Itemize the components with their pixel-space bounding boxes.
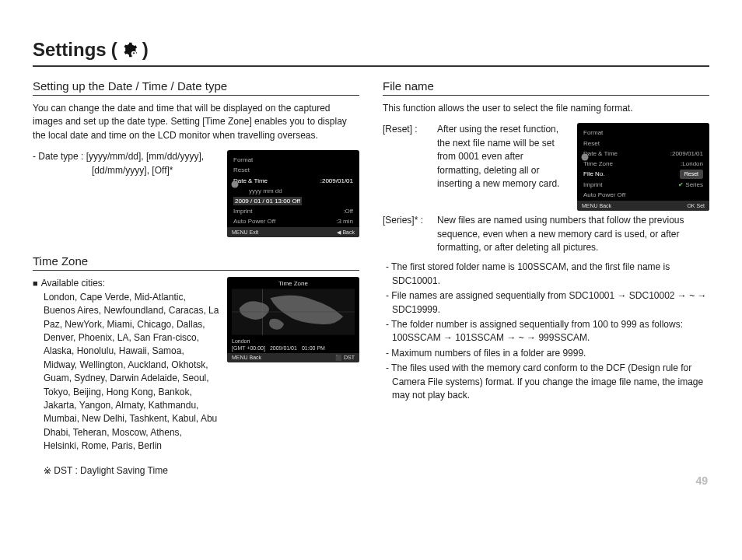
- file-name-intro: This function allows the user to select …: [383, 102, 709, 115]
- gear-icon: [580, 152, 590, 162]
- lcd-file-no: Format Reset Date & Time:2009/01/01 Time…: [577, 123, 709, 211]
- series-label: [Series]* :: [383, 214, 432, 254]
- date-time-intro: You can change the date and time that wi…: [33, 102, 359, 142]
- left-paren: (: [111, 39, 117, 61]
- svg-point-5: [582, 154, 589, 161]
- section-time-zone-head: Time Zone: [33, 254, 359, 271]
- section-file-name-head: File name: [383, 79, 709, 96]
- cities-label: Available cities:: [41, 278, 106, 289]
- page-title-row: Settings ( ): [33, 39, 709, 67]
- dst-note: ※ DST : Daylight Saving Time: [33, 464, 359, 478]
- reset-desc: After using the reset function, the next…: [437, 123, 569, 191]
- section-date-time-head: Setting up the Date / Time / Date type: [33, 79, 359, 96]
- series-desc: New files are named using numbers that f…: [437, 214, 709, 254]
- page-title: Settings: [33, 39, 107, 61]
- date-type-line2: [dd/mm/yyyy], [Off]*: [33, 164, 219, 177]
- file-name-notes: - The first stored folder name is 100SSC…: [383, 261, 709, 402]
- world-title: Time Zone: [232, 280, 355, 287]
- lcd2-foot-set: OK Set: [687, 202, 705, 210]
- cities-list: London, Cape Verde, Mid-Atlantic, Buenos…: [33, 291, 219, 453]
- date-type-line1: - Date type : [yyyy/mm/dd], [mm/dd/yyyy]…: [33, 150, 219, 163]
- world-foot-back: MENU Back: [232, 355, 261, 361]
- world-map-icon: [232, 289, 355, 335]
- lcd-foot-back: ◀ Back: [337, 229, 355, 236]
- right-paren: ): [142, 39, 149, 61]
- lcd-time-zone: Time Zone London [GMT +00:00] 2009/01/01…: [227, 277, 359, 362]
- world-foot-dst: ⬛ DST: [335, 355, 355, 361]
- lcd-foot-exit: MENU Exit: [232, 229, 258, 236]
- page-number: 49: [695, 474, 708, 487]
- lcd-date-time: Format Reset Date & Time:2009/01/01 yyyy…: [227, 150, 359, 237]
- svg-point-1: [232, 181, 239, 188]
- gear-icon: [122, 42, 138, 58]
- lcd2-foot-back: MENU Back: [582, 202, 611, 210]
- square-bullet-icon: ■: [33, 278, 38, 288]
- gear-icon: [230, 180, 240, 189]
